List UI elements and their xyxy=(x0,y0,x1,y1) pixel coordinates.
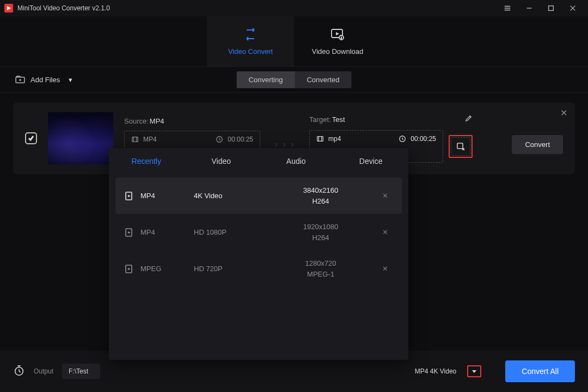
format-icon xyxy=(124,228,134,237)
popup-tab-device[interactable]: Device xyxy=(334,148,409,174)
convert-all-button[interactable]: Convert All xyxy=(505,360,575,382)
format-popup: Recently Video Audio Device MP4 4K Video… xyxy=(109,148,408,360)
svg-rect-6 xyxy=(132,137,138,142)
popup-tabs: Recently Video Audio Device xyxy=(109,148,408,174)
maximize-icon[interactable] xyxy=(540,0,562,16)
video-thumbnail xyxy=(48,112,113,164)
arrow-icon: › › › xyxy=(271,127,298,150)
source-format: MP4 xyxy=(143,136,157,143)
svg-rect-10 xyxy=(457,143,463,149)
output-label: Output xyxy=(34,367,53,375)
source-label: Source: xyxy=(124,117,149,125)
header-nav: Video Convert Video Download xyxy=(0,16,588,66)
source-value: MP4 xyxy=(150,117,164,125)
tab-video-download[interactable]: Video Download xyxy=(294,16,381,66)
title-bar: MiniTool Video Converter v2.1.0 xyxy=(0,0,588,16)
preset-label: MP4 4K Video xyxy=(415,367,457,375)
popup-row[interactable]: MP4 4K Video 3840x2160H264 ✕ xyxy=(115,177,402,214)
svg-marker-3 xyxy=(336,32,339,35)
popup-tab-recently[interactable]: Recently xyxy=(109,148,184,174)
subtab-converted[interactable]: Converted xyxy=(295,71,351,88)
close-icon[interactable] xyxy=(562,0,584,16)
svg-marker-16 xyxy=(128,268,131,270)
minimize-icon[interactable] xyxy=(518,0,540,16)
popup-list: MP4 4K Video 3840x2160H264 ✕ MP4 HD 1080… xyxy=(109,174,408,360)
format-icon xyxy=(124,191,134,201)
svg-marker-0 xyxy=(7,6,11,10)
svg-marker-12 xyxy=(128,195,131,197)
svg-marker-14 xyxy=(128,231,131,234)
svg-rect-8 xyxy=(317,136,323,141)
video-file-icon xyxy=(316,135,324,143)
tab-video-convert[interactable]: Video Convert xyxy=(207,16,294,66)
target-format: mp4 xyxy=(328,135,341,143)
add-files-button[interactable]: Add Files ▾ xyxy=(15,76,72,84)
convert-button[interactable]: Convert xyxy=(512,135,563,154)
target-duration: 00:00:25 xyxy=(411,135,436,143)
target-label: Target: xyxy=(309,115,331,124)
window-title: MiniTool Video Converter v2.1.0 xyxy=(17,4,110,12)
popup-row[interactable]: MP4 HD 1080P 1920x1080H264 ✕ xyxy=(115,214,402,250)
timer-icon[interactable] xyxy=(13,364,25,378)
item-checkbox[interactable] xyxy=(25,132,37,144)
remove-item-icon[interactable]: ✕ xyxy=(560,108,567,118)
tab-label: Video Download xyxy=(312,47,363,56)
remove-row-icon[interactable]: ✕ xyxy=(377,228,393,236)
add-files-label: Add Files xyxy=(30,76,60,84)
clock-icon xyxy=(399,135,406,143)
source-duration: 00:00:25 xyxy=(228,136,253,143)
highlight-target-settings xyxy=(449,135,473,158)
remove-row-icon[interactable]: ✕ xyxy=(377,265,393,273)
popup-row[interactable]: MPEG HD 720P 1280x720MPEG-1 ✕ xyxy=(115,250,402,287)
target-value: Test xyxy=(332,115,345,124)
toolbar: Add Files ▾ Converting Converted xyxy=(0,66,588,93)
svg-marker-18 xyxy=(472,370,476,373)
clock-icon xyxy=(216,136,223,143)
hamburger-menu-icon[interactable] xyxy=(497,0,518,16)
edit-target-icon[interactable] xyxy=(464,114,473,125)
chevron-down-icon: ▾ xyxy=(69,76,72,84)
remove-row-icon[interactable]: ✕ xyxy=(377,192,393,200)
popup-tab-video[interactable]: Video xyxy=(184,148,259,174)
app-window: MiniTool Video Converter v2.1.0 Video Co… xyxy=(0,0,588,392)
output-path[interactable]: F:\Test xyxy=(62,364,100,379)
target-settings-button[interactable] xyxy=(451,137,470,156)
popup-tab-audio[interactable]: Audio xyxy=(259,148,334,174)
format-icon xyxy=(124,264,134,274)
subtabs: Converting Converted xyxy=(237,71,352,88)
preset-dropdown-button[interactable] xyxy=(467,365,481,377)
app-logo-icon xyxy=(4,4,13,13)
video-file-icon xyxy=(131,136,139,143)
subtab-converting[interactable]: Converting xyxy=(237,71,295,88)
svg-rect-1 xyxy=(549,6,554,11)
tab-label: Video Convert xyxy=(228,47,273,56)
